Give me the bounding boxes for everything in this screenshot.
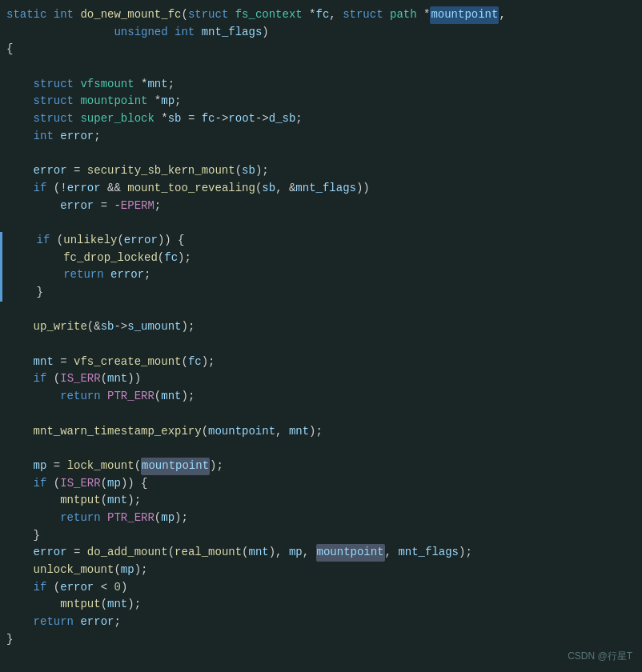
code-token: );: [181, 388, 195, 406]
code-line-empty: [0, 146, 642, 163]
code-token: (: [154, 510, 161, 527]
code-line: mnt = vfs_create_mount(fc);: [0, 354, 642, 371]
code-token: [104, 266, 110, 284]
code-token: 0: [114, 579, 120, 597]
code-token: }: [10, 284, 43, 302]
code-token: [6, 510, 60, 527]
code-line: static int do_new_mount_fc(struct fs_con…: [0, 6, 642, 24]
code-token: (: [117, 232, 123, 250]
code-token: &&: [101, 180, 128, 198]
code-token: (: [101, 370, 107, 388]
code-token: (!: [46, 180, 66, 198]
code-token: (: [181, 354, 187, 371]
code-token: mnt: [107, 370, 127, 388]
code-token: [74, 110, 80, 128]
code-token: return: [34, 614, 74, 631]
code-token: [6, 544, 34, 562]
code-token: return: [60, 510, 100, 527]
code-token: ;: [175, 93, 181, 110]
code-token: [101, 510, 107, 527]
code-token: mp: [289, 544, 303, 562]
code-token: error: [110, 266, 144, 284]
code-token: [228, 6, 235, 24]
code-token: (: [114, 562, 120, 579]
code-token: [6, 614, 34, 631]
code-token: ,: [385, 544, 399, 562]
code-token: mount_too_revealing: [127, 180, 255, 198]
code-token: sb: [168, 110, 182, 128]
code-token: mountpoint: [430, 6, 499, 24]
code-token: )): [356, 180, 370, 198]
code-token: IS_ERR: [60, 370, 100, 388]
code-token: );: [178, 250, 191, 267]
code-token: [6, 93, 34, 110]
code-token: ->: [215, 110, 229, 128]
code-token: error: [60, 128, 94, 146]
code-line: return error;: [0, 614, 642, 631]
code-token: lock_mount: [67, 458, 134, 475]
code-token: [6, 596, 60, 614]
code-line: return PTR_ERR(mnt);: [0, 388, 642, 406]
code-token: ;: [144, 266, 150, 284]
code-token: (: [101, 475, 107, 493]
code-token: if: [34, 579, 47, 597]
code-token: [6, 128, 34, 146]
code-token: error: [80, 614, 114, 631]
code-token: [6, 180, 34, 198]
code-line: }: [0, 527, 642, 545]
code-token: [101, 388, 107, 406]
code-token: [54, 128, 60, 146]
code-token: fc: [316, 6, 330, 24]
code-token: [74, 6, 80, 24]
code-token: *: [147, 93, 161, 110]
code-token: mountpoint: [208, 423, 275, 441]
code-token: [6, 388, 60, 406]
line-indicator: [0, 250, 2, 267]
code-token: ;: [168, 76, 175, 94]
code-token: mntput: [60, 596, 100, 614]
code-token: );: [127, 596, 141, 614]
code-token: unlikely: [63, 232, 117, 250]
code-token: fc: [188, 354, 202, 371]
code-token: (: [154, 388, 161, 406]
code-token: ,: [329, 6, 343, 24]
code-line-empty: [0, 214, 642, 232]
code-token: ;: [154, 198, 161, 215]
code-token: if: [34, 370, 47, 388]
code-token: mp: [34, 458, 47, 475]
code-token: (: [46, 370, 60, 388]
code-token: mountpoint: [141, 458, 210, 475]
code-token: *: [303, 6, 316, 24]
code-token: (: [158, 250, 164, 267]
code-line: unsigned int mnt_flags): [0, 24, 642, 42]
code-token: (: [255, 180, 262, 198]
code-token: (: [46, 475, 60, 493]
code-token: return: [63, 266, 103, 284]
code-token: [6, 24, 114, 42]
line-indicator: [0, 284, 2, 302]
code-token: <: [94, 579, 114, 597]
code-token: [10, 232, 37, 250]
code-token: ->: [114, 318, 127, 336]
code-token: (: [235, 162, 242, 180]
code-token: = -: [94, 198, 121, 215]
code-token: mnt: [107, 596, 127, 614]
code-token: struct: [34, 110, 74, 128]
code-token: error: [124, 232, 158, 250]
code-token: [6, 198, 60, 215]
code-token: [383, 6, 390, 24]
code-token: mnt_flags: [398, 544, 459, 562]
code-token: [10, 250, 63, 267]
code-token: )) {: [121, 475, 148, 493]
code-token: real_mount: [175, 544, 242, 562]
code-token: unlock_mount: [34, 562, 114, 579]
code-line: if (!error && mount_too_revealing(sb, &m…: [0, 180, 642, 198]
code-line: mp = lock_mount(mountpoint);: [0, 458, 642, 475]
code-token: IS_ERR: [60, 475, 100, 493]
code-token: [6, 162, 34, 180]
code-token: );: [255, 162, 269, 180]
code-line: struct vfsmount *mnt;: [0, 76, 642, 94]
code-token: unsigned: [114, 24, 167, 42]
code-token: d_sb: [269, 110, 296, 128]
code-token: [6, 562, 34, 579]
